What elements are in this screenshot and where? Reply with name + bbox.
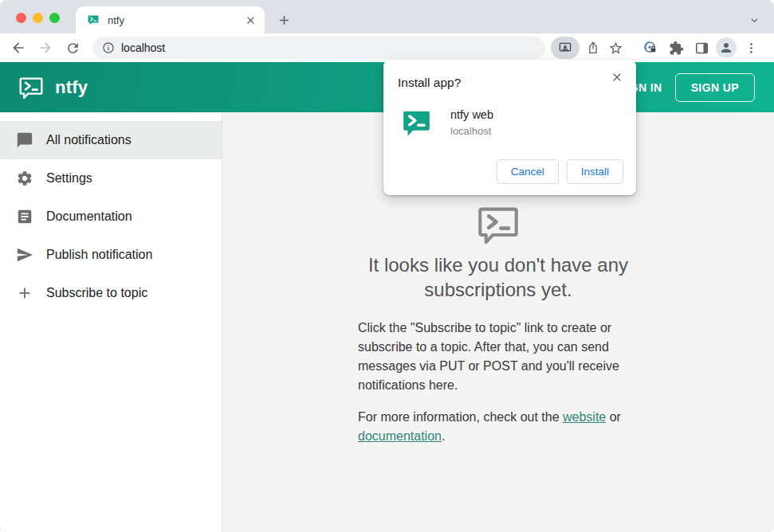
plus-icon bbox=[15, 284, 34, 303]
empty-state-links-paragraph: For more information, check out the webs… bbox=[358, 408, 638, 446]
ntfy-empty-state-icon bbox=[473, 201, 523, 248]
window-zoom-button[interactable] bbox=[49, 13, 60, 23]
install-dialog-title: Install app? bbox=[398, 76, 622, 90]
sidebar-item-label: All notifications bbox=[46, 133, 132, 147]
bookmark-star-icon[interactable] bbox=[604, 37, 627, 59]
window-minimize-button[interactable] bbox=[33, 13, 43, 23]
install-app-icon[interactable] bbox=[551, 37, 580, 59]
address-bar-url: localhost bbox=[121, 41, 165, 54]
sidebar-item-publish-notification[interactable]: Publish notification bbox=[0, 236, 222, 274]
paragraph-text: or bbox=[606, 410, 621, 424]
side-panel-icon[interactable] bbox=[690, 37, 713, 59]
ntfy-logo-icon bbox=[18, 74, 45, 101]
tab-close-icon[interactable] bbox=[245, 14, 257, 26]
sidebar-nav: All notifications Settings Documentation bbox=[0, 112, 222, 532]
tab-title: ntfy bbox=[108, 14, 245, 26]
empty-state-heading: It looks like you don't have any subscri… bbox=[351, 252, 646, 302]
sign-up-button[interactable]: SIGN UP bbox=[675, 73, 755, 102]
sidebar-item-label: Publish notification bbox=[46, 248, 152, 262]
send-icon bbox=[15, 245, 34, 264]
ntfy-brand: ntfy bbox=[18, 74, 88, 101]
window-controls bbox=[16, 13, 60, 23]
back-icon[interactable] bbox=[6, 36, 30, 60]
reload-icon[interactable] bbox=[61, 36, 84, 60]
tab-favicon-ntfy-icon bbox=[87, 14, 100, 26]
extensions-puzzle-icon[interactable] bbox=[665, 37, 687, 59]
tab-strip: ntfy bbox=[0, 0, 774, 33]
cancel-button[interactable]: Cancel bbox=[497, 159, 559, 184]
brand-name: ntfy bbox=[55, 77, 88, 98]
install-dialog-app-name: ntfy web bbox=[450, 108, 493, 121]
website-link[interactable]: website bbox=[563, 410, 606, 424]
forward-icon[interactable] bbox=[33, 36, 57, 60]
profile-avatar[interactable] bbox=[716, 37, 737, 58]
sidebar-item-documentation[interactable]: Documentation bbox=[0, 198, 222, 236]
documentation-link[interactable]: documentation bbox=[358, 429, 442, 443]
site-info-icon[interactable] bbox=[102, 41, 115, 54]
share-icon[interactable] bbox=[582, 37, 604, 59]
browser-toolbar: localhost bbox=[0, 33, 774, 62]
sidebar-item-label: Subscribe to topic bbox=[46, 286, 147, 300]
extension-lock-icon[interactable] bbox=[639, 37, 662, 59]
chat-icon bbox=[15, 131, 34, 150]
empty-state-paragraph: Click the "Subscribe to topic" link to c… bbox=[358, 319, 638, 395]
toolbar-right-cluster bbox=[639, 37, 762, 59]
browser-menu-icon[interactable] bbox=[740, 37, 762, 59]
sidebar-item-label: Documentation bbox=[46, 209, 132, 224]
install-button[interactable]: Install bbox=[567, 159, 623, 184]
article-icon bbox=[15, 207, 34, 226]
install-app-dialog: Install app? ntfy web localhost Cancel I… bbox=[383, 60, 636, 195]
sidebar-item-subscribe-to-topic[interactable]: Subscribe to topic bbox=[0, 274, 222, 312]
sidebar-item-settings[interactable]: Settings bbox=[0, 159, 222, 198]
address-bar[interactable]: localhost bbox=[92, 37, 545, 59]
window-close-button[interactable] bbox=[16, 13, 26, 23]
new-tab-button[interactable] bbox=[274, 10, 293, 29]
browser-tab-ntfy[interactable]: ntfy bbox=[76, 6, 265, 33]
install-dialog-app-origin: localhost bbox=[450, 125, 493, 137]
install-dialog-app-row: ntfy web localhost bbox=[398, 107, 622, 139]
ntfy-app-icon bbox=[400, 107, 433, 139]
install-dialog-actions: Cancel Install bbox=[497, 159, 623, 184]
sidebar-item-label: Settings bbox=[46, 171, 92, 186]
paragraph-text: . bbox=[442, 429, 445, 443]
tab-search-chevron-icon[interactable] bbox=[745, 11, 763, 29]
paragraph-text: For more information, check out the bbox=[358, 410, 563, 424]
gear-icon bbox=[15, 169, 34, 188]
browser-window: ntfy bbox=[0, 0, 774, 532]
install-dialog-app-names: ntfy web localhost bbox=[450, 107, 493, 137]
sidebar-item-all-notifications[interactable]: All notifications bbox=[0, 121, 222, 159]
dialog-close-icon[interactable] bbox=[607, 68, 627, 87]
